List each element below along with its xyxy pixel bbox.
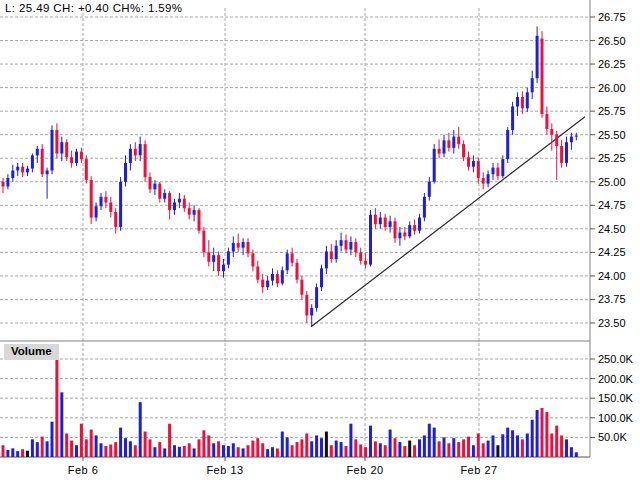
svg-text:23.75: 23.75 xyxy=(598,293,626,305)
svg-text:Feb 27: Feb 27 xyxy=(460,464,497,476)
svg-text:200.0K: 200.0K xyxy=(598,373,634,385)
svg-text:25.25: 25.25 xyxy=(598,152,626,164)
svg-text:25.50: 25.50 xyxy=(598,129,626,141)
quote-summary: L: 25.49 CH: +0.40 CH%: 1.59% xyxy=(5,2,183,14)
svg-text:26.50: 26.50 xyxy=(598,35,626,47)
date-axis: Feb 6Feb 13Feb 20Feb 27 xyxy=(68,457,498,476)
svg-text:50.0K: 50.0K xyxy=(598,431,627,443)
gridlines xyxy=(0,8,590,457)
svg-text:Feb 20: Feb 20 xyxy=(346,464,383,476)
trendline[interactable] xyxy=(311,117,585,327)
volume-bars xyxy=(2,345,578,457)
volume-axis: 250.0K200.0K150.0K100.0K50.0K xyxy=(590,353,634,443)
svg-text:25.00: 25.00 xyxy=(598,176,626,188)
svg-text:100.0K: 100.0K xyxy=(598,412,634,424)
chart-window: 26.7526.5026.2526.0025.7525.5025.2525.00… xyxy=(0,0,640,480)
svg-text:26.00: 26.00 xyxy=(598,82,626,94)
svg-text:24.25: 24.25 xyxy=(598,246,626,258)
svg-text:Feb 13: Feb 13 xyxy=(206,464,243,476)
svg-text:24.75: 24.75 xyxy=(598,199,626,211)
svg-text:Feb 6: Feb 6 xyxy=(68,464,99,476)
volume-indicator-label[interactable]: Volume xyxy=(4,344,59,360)
svg-text:25.75: 25.75 xyxy=(598,105,626,117)
svg-text:23.50: 23.50 xyxy=(598,317,626,329)
svg-text:250.0K: 250.0K xyxy=(598,353,634,365)
svg-text:150.0K: 150.0K xyxy=(598,392,634,404)
svg-text:24.50: 24.50 xyxy=(598,223,626,235)
candlesticks xyxy=(2,26,578,326)
chart-canvas[interactable]: 26.7526.5026.2526.0025.7525.5025.2525.00… xyxy=(0,0,640,480)
svg-text:26.25: 26.25 xyxy=(598,58,626,70)
price-axis: 26.7526.5026.2526.0025.7525.5025.2525.00… xyxy=(590,11,626,329)
svg-text:24.00: 24.00 xyxy=(598,270,626,282)
svg-text:26.75: 26.75 xyxy=(598,11,626,23)
